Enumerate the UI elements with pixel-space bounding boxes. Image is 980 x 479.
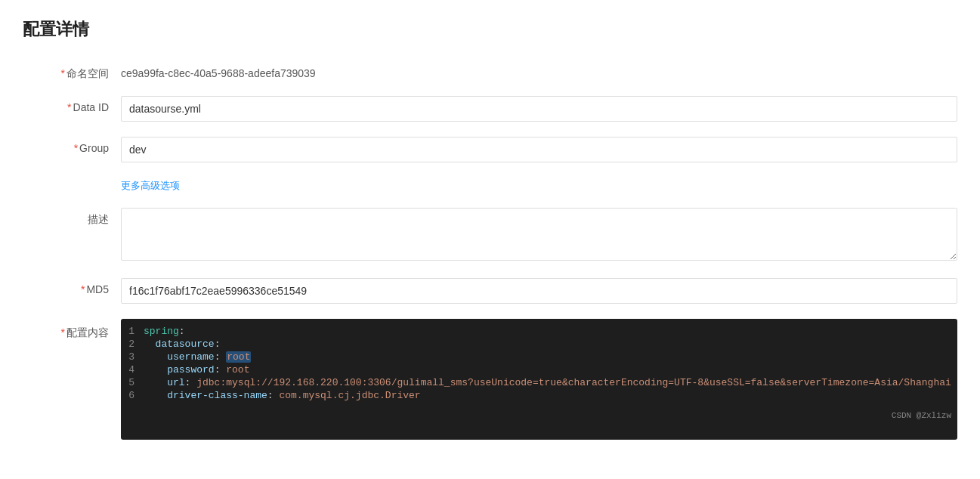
config-label: *配置内容 — [23, 319, 121, 340]
namespace-label: *命名空间 — [23, 62, 121, 81]
group-row: *Group — [23, 137, 957, 162]
md5-row: *MD5 — [23, 278, 957, 304]
advanced-options-link[interactable]: 更多高级选项 — [121, 178, 180, 193]
line-num-2: 2 — [121, 338, 144, 351]
md5-input[interactable] — [121, 278, 957, 304]
dataid-row: *Data ID — [23, 96, 957, 122]
line-num-1: 1 — [121, 325, 144, 338]
code-line-5: 5 url: jdbc:mysql://192.168.220.100:3306… — [121, 376, 957, 389]
line-content-3: username: root — [144, 351, 957, 363]
line-num-4: 4 — [121, 363, 144, 376]
code-line-3: 3 username: root — [121, 351, 957, 363]
dataid-label: *Data ID — [23, 96, 121, 113]
group-label: *Group — [23, 137, 121, 154]
line-num-3: 3 — [121, 351, 144, 363]
line-content-2: datasource: — [144, 338, 957, 351]
group-input-wrap — [121, 137, 957, 162]
dataid-input[interactable] — [121, 96, 957, 122]
code-line-6: 6 driver-class-name: com.mysql.cj.jdbc.D… — [121, 389, 957, 402]
line-content-6: driver-class-name: com.mysql.cj.jdbc.Dri… — [144, 389, 957, 402]
namespace-required-mark: * — [61, 67, 65, 79]
md5-label: *MD5 — [23, 278, 121, 295]
page-title: 配置详情 — [23, 18, 957, 41]
dataid-input-wrap — [121, 96, 957, 122]
line-content-1: spring: — [144, 325, 957, 338]
code-block-wrap: 1 spring: 2 datasource: 3 username: root — [121, 319, 957, 440]
page-container: 配置详情 *命名空间 ce9a99fa-c8ec-40a5-9688-adeef… — [0, 0, 980, 473]
line-content-4: password: root — [144, 363, 957, 376]
advanced-row: 更多高级选项 — [23, 178, 957, 193]
watermark: CSDN @Zxlizw — [121, 408, 957, 423]
md5-input-wrap — [121, 278, 957, 304]
namespace-value: ce9a99fa-c8ec-40a5-9688-adeefa739039 — [121, 62, 957, 79]
namespace-row: *命名空间 ce9a99fa-c8ec-40a5-9688-adeefa7390… — [23, 62, 957, 81]
code-line-4: 4 password: root — [121, 363, 957, 376]
line-num-5: 5 — [121, 376, 144, 389]
dataid-required-mark: * — [67, 101, 71, 113]
code-line-2: 2 datasource: — [121, 338, 957, 351]
group-input[interactable] — [121, 137, 957, 162]
desc-label: 描述 — [23, 208, 121, 227]
config-required-mark: * — [61, 326, 65, 338]
line-content-5: url: jdbc:mysql://192.168.220.100:3306/g… — [144, 376, 957, 389]
code-lines: 1 spring: 2 datasource: 3 username: root — [121, 319, 957, 408]
md5-required-mark: * — [81, 283, 85, 295]
line-num-6: 6 — [121, 389, 144, 402]
advanced-spacer — [23, 178, 121, 183]
group-required-mark: * — [74, 142, 78, 154]
code-line-1: 1 spring: — [121, 325, 957, 338]
desc-row: 描述 — [23, 208, 957, 263]
desc-input-wrap — [121, 208, 957, 263]
code-editor[interactable]: 1 spring: 2 datasource: 3 username: root — [121, 319, 957, 440]
config-row: *配置内容 1 spring: 2 datasource: — [23, 319, 957, 440]
desc-textarea[interactable] — [121, 208, 957, 261]
